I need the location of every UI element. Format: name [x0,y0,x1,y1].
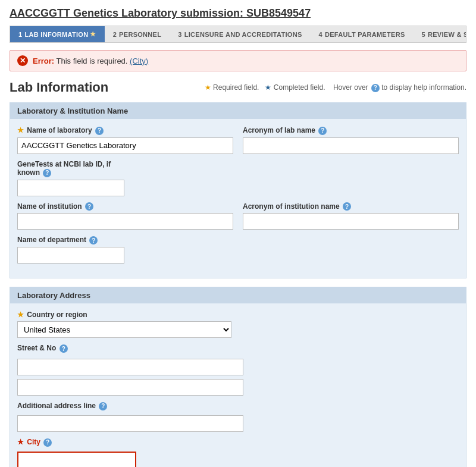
step-num-3: 3 [178,31,181,38]
acronym-institution-help-icon[interactable]: ? [343,202,351,211]
acronym-lab-group: Acronym of lab name ? [243,126,459,154]
step-label-5: Review & Submit [428,31,466,38]
address-section: Laboratory Address ★ Country or region U… [10,287,466,467]
street-help-icon[interactable]: ? [60,344,68,353]
lab-form-body: ★ Name of laboratory ? Acronym of lab na… [10,126,466,264]
country-row: ★ Country or region United States Canada… [17,311,459,338]
step-label-1: Lab Information [24,31,88,38]
step-num-4: 4 [319,31,322,38]
completed-label: Completed field. [274,83,325,92]
wizard-step-4[interactable]: 4 Default Parameters [311,26,414,42]
error-text: Error: This field is required. (City) [33,57,148,65]
country-select[interactable]: United States Canada United Kingdom Aust… [17,321,231,338]
institution-group: Name of institution ? [17,202,233,230]
lab-institution-section: Laboratory & Institution Name ★ Name of … [10,102,466,278]
error-banner: ✕ Error: This field is required. (City) [10,50,466,71]
wizard-step-2[interactable]: 2 Personnel [105,26,170,42]
city-input[interactable] [17,452,136,467]
required-star-legend: ★ [205,83,211,92]
acronym-lab-help-icon[interactable]: ? [318,127,327,135]
step-label-3: Licensure and Accreditations [184,31,302,38]
genetests-label: GeneTests at NCBI lab ID, if known ? [17,160,124,177]
step-num-2: 2 [113,31,117,38]
street-label: Street & No ? [17,344,459,353]
lab-section-title: Laboratory & Institution Name [10,103,466,119]
city-label: ★ City ? [17,438,459,447]
street-input-1[interactable] [17,359,243,375]
street-input-2[interactable] [17,379,243,396]
genetests-help-icon[interactable]: ? [43,169,51,177]
department-label: Name of department ? [17,236,124,245]
required-label: Required field. [213,83,259,92]
wizard-step-3[interactable]: 3 Licensure and Accreditations [170,26,310,42]
acronym-institution-label: Acronym of institution name ? [243,202,459,211]
genetests-group: GeneTests at NCBI lab ID, if known ? [17,160,124,196]
institution-help-icon[interactable]: ? [85,202,93,211]
lab-name-input[interactable] [17,137,233,154]
acronym-lab-input[interactable] [243,137,459,154]
department-group: Name of department ? [17,236,124,264]
institution-row: Name of institution ? Acronym of institu… [17,202,459,230]
acronym-institution-group: Acronym of institution name ? [243,202,459,230]
lab-name-label: ★ Name of laboratory ? [17,126,233,135]
wizard-steps: 1 Lab Information ★ 2 Personnel 3 Licens… [10,26,466,43]
country-label: ★ Country or region [17,311,231,319]
city-row: ★ City ? [17,438,459,467]
error-city-link[interactable]: (City) [130,57,148,65]
additional-label: Additional address line ? [17,402,459,410]
department-help-icon[interactable]: ? [89,236,98,245]
lab-name-group: ★ Name of laboratory ? [17,126,233,154]
page-title: AACCGGTT Genetics Laboratory submission:… [10,7,466,20]
country-select-wrapper: United States Canada United Kingdom Aust… [17,321,231,338]
genetests-input[interactable] [17,180,124,196]
step-num-1: 1 [18,31,22,38]
wizard-step-1[interactable]: 1 Lab Information ★ [10,26,105,42]
institution-label: Name of institution ? [17,202,233,211]
error-icon: ✕ [17,55,28,66]
step-label-4: Default Parameters [325,31,405,38]
city-help-icon[interactable]: ? [43,438,52,447]
acronym-institution-input[interactable] [243,213,459,230]
acronym-lab-label: Acronym of lab name ? [243,126,459,135]
completed-star-legend: ★ [265,83,271,92]
additional-input[interactable] [17,415,243,432]
legend: ★ Required field. ★ Completed field. Hov… [205,80,466,93]
wizard-step-5[interactable]: 5 Review & Submit [414,26,466,42]
section-header-row: Lab Information ★ Required field. ★ Comp… [10,80,466,95]
legend-help-icon[interactable]: ? [371,84,380,92]
department-row: Name of department ? [17,236,459,264]
lab-name-help-icon[interactable]: ? [95,127,104,135]
form-section-title: Lab Information [10,80,108,95]
address-form-body: ★ Country or region United States Canada… [10,311,466,467]
step-num-5: 5 [422,31,425,38]
lab-name-row: ★ Name of laboratory ? Acronym of lab na… [17,126,459,154]
hover-suffix: to display help information. [381,83,466,92]
department-input[interactable] [17,247,124,264]
institution-input[interactable] [17,213,233,230]
street-row: Street & No ? [17,344,459,396]
genetests-row: GeneTests at NCBI lab ID, if known ? [17,160,459,196]
country-group: ★ Country or region United States Canada… [17,311,231,338]
hover-text: Hover over [333,83,368,92]
additional-row: Additional address line ? [17,402,459,432]
step-label-2: Personnel [119,31,161,38]
address-section-title: Laboratory Address [10,287,466,303]
additional-help-icon[interactable]: ? [99,402,107,410]
